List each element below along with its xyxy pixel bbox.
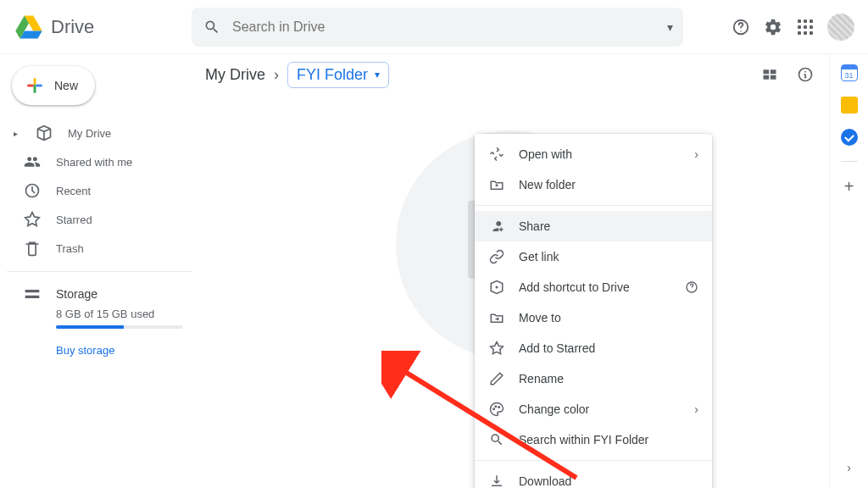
buy-storage-link[interactable]: Buy storage xyxy=(56,344,175,357)
menu-change-color[interactable]: Change color› xyxy=(475,394,712,424)
search-icon xyxy=(202,17,222,37)
sidebar-item-label: Trash xyxy=(56,242,84,255)
menu-item-label: Rename xyxy=(519,372,564,385)
app-name: Drive xyxy=(51,16,94,38)
sidebar: New ▸ My Drive Shared with me Recent Sta… xyxy=(0,54,192,488)
sidebar-item-label: Shared with me xyxy=(56,156,132,169)
menu-search-within[interactable]: Search within FYI Folder xyxy=(475,424,712,455)
app-header: Drive ▾ xyxy=(0,0,868,54)
view-list-icon[interactable] xyxy=(760,64,780,85)
side-panel-divider xyxy=(841,161,858,162)
svg-point-7 xyxy=(498,407,500,408)
breadcrumb-current-folder[interactable]: FYI Folder ▾ xyxy=(287,62,389,88)
new-button-label: New xyxy=(54,79,78,92)
menu-item-label: Download xyxy=(519,474,571,488)
sidebar-item-recent[interactable]: Recent xyxy=(7,176,192,205)
storage-usage-text: 8 GB of 15 GB used xyxy=(56,308,175,320)
calendar-addon-icon[interactable] xyxy=(841,64,858,81)
rename-icon xyxy=(488,370,505,387)
palette-icon xyxy=(488,401,505,418)
details-info-icon[interactable] xyxy=(795,64,815,85)
star-icon xyxy=(488,340,505,357)
plus-icon xyxy=(24,75,46,97)
chevron-right-icon: › xyxy=(274,66,279,84)
menu-item-label: Get link xyxy=(519,250,559,263)
menu-item-label: Move to xyxy=(519,311,561,324)
storage-meter xyxy=(56,325,183,329)
storage-label: Storage xyxy=(56,287,97,301)
star-icon xyxy=(24,211,41,228)
recent-icon xyxy=(24,182,41,199)
chevron-right-icon: › xyxy=(694,147,698,161)
my-drive-icon xyxy=(36,125,53,141)
logo-area[interactable]: Drive xyxy=(14,12,192,42)
new-folder-icon xyxy=(488,176,505,193)
settings-gear-icon[interactable] xyxy=(763,17,783,37)
menu-share[interactable]: Share xyxy=(475,211,712,241)
shared-icon xyxy=(24,153,41,170)
search-bar[interactable]: ▾ xyxy=(192,8,683,47)
menu-get-link[interactable]: Get link xyxy=(475,241,712,272)
search-icon xyxy=(488,431,505,448)
chevron-down-icon: ▾ xyxy=(375,69,380,80)
search-input[interactable] xyxy=(232,19,660,35)
menu-item-label: Open with xyxy=(519,147,572,161)
menu-item-label: Change color xyxy=(519,402,589,416)
keep-addon-icon[interactable] xyxy=(841,97,858,114)
menu-open-with[interactable]: Open with› xyxy=(475,139,712,169)
menu-item-label: Search within FYI Folder xyxy=(519,433,648,446)
sidebar-item-starred[interactable]: Starred xyxy=(7,205,192,234)
chevron-right-icon: › xyxy=(694,402,698,416)
menu-item-label: Add shortcut to Drive xyxy=(519,280,630,294)
breadcrumb-toolbar: My Drive › FYI Folder ▾ xyxy=(192,54,829,95)
menu-separator xyxy=(475,205,712,206)
link-icon xyxy=(488,248,505,265)
account-avatar[interactable] xyxy=(827,14,854,41)
svg-point-6 xyxy=(495,406,497,408)
download-icon xyxy=(488,473,505,488)
side-panel: + › xyxy=(829,54,868,488)
sidebar-divider xyxy=(7,271,192,272)
collapse-panel-icon[interactable]: › xyxy=(847,461,851,474)
help-icon[interactable] xyxy=(685,280,698,294)
menu-add-starred[interactable]: Add to Starred xyxy=(475,333,712,363)
open-with-icon xyxy=(488,146,505,163)
trash-icon xyxy=(24,240,41,257)
sidebar-item-label: My Drive xyxy=(68,127,111,140)
sidebar-item-label: Recent xyxy=(56,185,91,197)
menu-download[interactable]: Download xyxy=(475,466,712,488)
menu-new-folder[interactable]: New folder xyxy=(475,169,712,200)
folder-context-menu: Open with› New folder Share Get link Add… xyxy=(475,134,712,488)
menu-item-label: New folder xyxy=(519,178,576,191)
svg-point-1 xyxy=(740,30,741,30)
storage-icon xyxy=(24,286,41,302)
menu-move-to[interactable]: Move to xyxy=(475,302,712,333)
google-apps-icon[interactable] xyxy=(795,17,815,37)
svg-point-5 xyxy=(493,408,495,410)
folder-name: FYI Folder xyxy=(297,66,368,84)
move-icon xyxy=(488,309,505,326)
menu-rename[interactable]: Rename xyxy=(475,363,712,394)
menu-item-label: Add to Starred xyxy=(519,341,595,355)
share-icon xyxy=(488,218,505,235)
shortcut-icon xyxy=(488,279,505,296)
sidebar-item-storage[interactable]: Storage xyxy=(24,280,175,308)
search-options-dropdown-icon[interactable]: ▾ xyxy=(667,20,673,34)
drive-logo-icon xyxy=(14,12,44,42)
help-icon[interactable] xyxy=(731,17,751,37)
sidebar-item-my-drive[interactable]: ▸ My Drive xyxy=(7,119,192,147)
menu-add-shortcut[interactable]: Add shortcut to Drive xyxy=(475,272,712,302)
menu-item-label: Share xyxy=(519,219,550,233)
sidebar-item-shared[interactable]: Shared with me xyxy=(7,147,192,176)
sidebar-item-label: Starred xyxy=(56,214,92,226)
breadcrumb-root[interactable]: My Drive xyxy=(205,66,265,84)
menu-separator xyxy=(475,460,712,461)
tasks-addon-icon[interactable] xyxy=(841,129,858,146)
expand-caret-icon[interactable]: ▸ xyxy=(14,129,20,138)
new-button[interactable]: New xyxy=(12,66,95,105)
sidebar-item-trash[interactable]: Trash xyxy=(7,234,192,263)
main-content: My Drive › FYI Folder ▾ here " button. xyxy=(192,54,829,488)
add-addon-icon[interactable]: + xyxy=(844,177,854,197)
